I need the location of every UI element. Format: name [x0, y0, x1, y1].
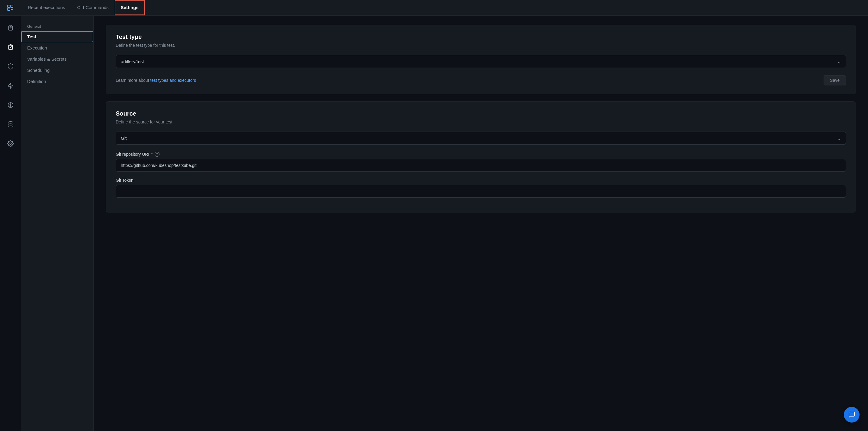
git-repo-uri-help-icon[interactable]: ? [155, 152, 159, 157]
test-type-info-text: Learn more about test types and executor… [116, 78, 196, 83]
git-token-input[interactable] [116, 185, 846, 198]
git-token-group: Git Token [116, 178, 846, 198]
tab-recent-executions[interactable]: Recent executions [22, 0, 71, 15]
svg-point-6 [8, 122, 13, 124]
test-type-select-wrapper: artillery/test k6/script cypress/project… [116, 55, 846, 68]
sidebar-item-test[interactable]: Test [21, 31, 93, 42]
source-description: Define the source for your test [116, 120, 846, 124]
chat-button[interactable] [844, 407, 860, 423]
sidebar-general-header: General [21, 22, 93, 31]
svg-rect-1 [10, 5, 13, 7]
sidebar-icon-clipboard[interactable] [4, 22, 17, 34]
git-repo-uri-label: Git repository URI * ? [116, 152, 846, 157]
svg-point-7 [10, 143, 11, 144]
sidebar-icon-dollar-bolt[interactable] [4, 99, 17, 111]
source-type-select[interactable]: Git String File URI [116, 132, 846, 144]
test-type-title: Test type [116, 33, 846, 40]
source-section: Source Define the source for your test G… [106, 101, 856, 212]
sidebar-item-execution[interactable]: Execution [21, 42, 93, 54]
git-repo-uri-group: Git repository URI * ? [116, 152, 846, 172]
source-select-wrapper: Git String File URI [116, 132, 846, 144]
test-type-info-row: Learn more about test types and executor… [116, 75, 846, 86]
sidebar-item-scheduling[interactable]: Scheduling [21, 65, 93, 76]
source-title: Source [116, 110, 846, 117]
test-type-description: Define the test type for this test. [116, 43, 846, 48]
content-area: Test type Define the test type for this … [94, 16, 868, 431]
test-type-section: Test type Define the test type for this … [106, 25, 856, 94]
sidebar-item-variables-secrets[interactable]: Variables & Secrets [21, 54, 93, 65]
text-sidebar: General Test Execution Variables & Secre… [21, 16, 94, 431]
svg-rect-0 [7, 5, 10, 7]
main-layout: General Test Execution Variables & Secre… [0, 16, 868, 431]
sidebar-icon-shield[interactable] [4, 60, 17, 72]
svg-rect-2 [7, 8, 10, 10]
sidebar-icon-bolt[interactable] [4, 80, 17, 92]
sidebar-icon-database[interactable] [4, 118, 17, 130]
required-indicator: * [151, 152, 153, 157]
sidebar-icon-gear[interactable] [4, 138, 17, 150]
tab-cli-commands[interactable]: CLI Commands [71, 0, 115, 15]
app-logo [5, 2, 16, 13]
test-type-select[interactable]: artillery/test k6/script cypress/project… [116, 55, 846, 68]
top-nav: Recent executions CLI Commands Settings [0, 0, 868, 16]
git-repo-uri-input[interactable] [116, 159, 846, 172]
git-token-label: Git Token [116, 178, 846, 183]
icon-sidebar [0, 16, 21, 431]
tab-settings[interactable]: Settings [115, 0, 145, 15]
test-types-link[interactable]: test types and executors [150, 78, 196, 83]
top-nav-tabs: Recent executions CLI Commands Settings [22, 0, 145, 15]
sidebar-icon-checklist[interactable] [4, 41, 17, 53]
sidebar-item-definition[interactable]: Definition [21, 76, 93, 87]
test-type-save-button[interactable]: Save [824, 75, 846, 86]
